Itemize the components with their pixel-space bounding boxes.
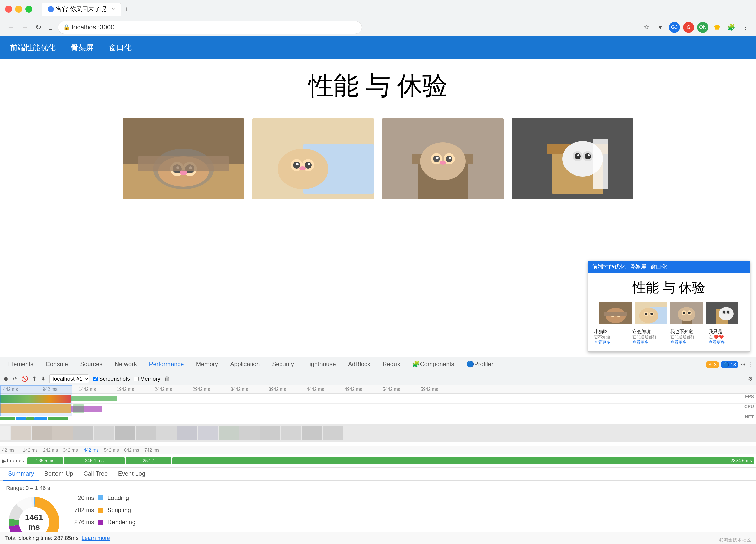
tab-elements[interactable]: Elements <box>2 357 40 372</box>
screenshot-thumb <box>239 426 260 440</box>
popup-cat2 <box>635 301 667 324</box>
app-nav-window[interactable]: 窗口化 <box>109 43 132 53</box>
svg-rect-43 <box>593 139 608 189</box>
learn-more-link[interactable]: Learn more <box>82 535 110 541</box>
svg-point-88 <box>727 311 729 313</box>
donut-center: 1461 ms <box>20 513 48 532</box>
extension4-icon[interactable]: ⬟ <box>711 22 723 33</box>
forward-button[interactable]: → <box>19 22 30 32</box>
svg-point-77 <box>678 307 695 321</box>
memory-checkbox[interactable]: Memory <box>134 375 160 382</box>
tab-close-icon[interactable]: × <box>112 6 115 12</box>
screenshot-thumb <box>198 426 218 440</box>
address-bar: ← → ↻ ⌂ 🔒 localhost:3000 ☆ ▼ G3 G ON ⬟ 🧩… <box>0 18 756 36</box>
svg-point-30 <box>436 157 439 159</box>
svg-rect-48 <box>73 404 84 413</box>
tick-242: 242 ms <box>43 447 58 453</box>
waterfall-area: 442 ms 942 ms 1442 ms 1942 ms 2442 ms 29… <box>0 385 756 446</box>
tab-call-tree[interactable]: Call Tree <box>78 467 113 481</box>
profile-select[interactable]: localhost #1 <box>49 374 89 383</box>
download-button[interactable]: ⬇ <box>41 375 45 382</box>
browser-tab[interactable]: 客官,你又回来了呢~ × <box>42 3 121 16</box>
svg-rect-45 <box>71 396 117 401</box>
home-button[interactable]: ⌂ <box>46 22 55 32</box>
reload-record-button[interactable]: ↺ <box>13 375 17 382</box>
app-nav-skeleton[interactable]: 骨架屏 <box>71 43 94 53</box>
svg-point-31 <box>449 157 451 159</box>
legend-ms-scripting: 782 ms <box>74 506 94 514</box>
legend-label-rendering: Rendering <box>107 519 136 526</box>
donut-total-ms: 1461 ms <box>20 513 48 532</box>
tab-sources[interactable]: Sources <box>74 357 108 372</box>
screenshot-thumb <box>260 426 280 440</box>
back-button[interactable]: ← <box>5 22 16 32</box>
tab-components[interactable]: 🧩Components <box>406 357 460 372</box>
tab-console[interactable]: Console <box>40 357 74 372</box>
devtools-more-icon[interactable]: ⋮ <box>748 361 754 368</box>
tab-security[interactable]: Security <box>266 357 300 372</box>
frame-bar-2: 346.1 ms <box>64 457 125 464</box>
close-button[interactable] <box>5 6 12 13</box>
tab-bottom-up[interactable]: Bottom-Up <box>39 467 79 481</box>
app-nav-performance[interactable]: 前端性能优化 <box>10 43 56 53</box>
fps-strip: FPS <box>0 393 756 404</box>
legend-ms-rendering: 276 ms <box>74 519 94 526</box>
tick-642: 642 ms <box>124 447 139 453</box>
tab-redux[interactable]: Redux <box>376 357 406 372</box>
tab-event-log[interactable]: Event Log <box>113 467 150 481</box>
devtools-settings-icon[interactable]: ⚙ <box>740 361 746 368</box>
record-button[interactable]: ⏺ <box>3 375 9 382</box>
bookmark-icon[interactable]: ☆ <box>640 22 652 33</box>
cpu-label: CPU <box>744 404 754 409</box>
screenshots-checkbox[interactable]: Screenshots <box>93 375 130 382</box>
popup-cat3-svg <box>670 301 703 324</box>
tick-5942: 5942 ms <box>421 387 438 392</box>
legend-ms-loading: 20 ms <box>74 494 94 501</box>
popup-product-1: 小猫咪 它不知道 查看更多 <box>594 328 629 345</box>
clear-button[interactable]: 🚫 <box>21 375 28 382</box>
trash-button[interactable]: 🗑 <box>164 375 170 382</box>
popup-cat4-svg <box>706 301 738 324</box>
perf-settings-icon[interactable]: ⚙ <box>748 375 753 382</box>
svg-point-81 <box>688 311 691 314</box>
refresh-button[interactable]: ↻ <box>33 22 43 32</box>
tick-4442: 4442 ms <box>307 387 324 392</box>
tab-memory[interactable]: Memory <box>190 357 224 372</box>
screenshot-thumb <box>136 426 156 440</box>
new-tab-button[interactable]: + <box>122 3 130 15</box>
popup-cat2-svg <box>635 301 667 324</box>
frames-label[interactable]: ▶ Frames <box>2 458 27 464</box>
menu-icon[interactable]: ⋮ <box>740 22 751 33</box>
extension1-icon[interactable]: G3 <box>669 22 680 33</box>
legend-label-scripting: Scripting <box>107 506 131 514</box>
minimize-button[interactable] <box>15 6 22 13</box>
tab-network[interactable]: Network <box>108 357 143 372</box>
screenshot-thumb <box>73 426 93 440</box>
app-bar: 前端性能优化 骨架屏 窗口化 <box>0 36 756 59</box>
info-badge: 🔵 13 <box>721 361 738 368</box>
legend-label-loading: Loading <box>107 494 129 501</box>
cat4-svg <box>512 118 633 199</box>
maximize-button[interactable] <box>25 6 32 13</box>
title-bar: 客官,你又回来了呢~ × + <box>0 0 756 18</box>
extensions-icon[interactable]: 🧩 <box>726 22 737 33</box>
profile-icon[interactable]: ▼ <box>655 22 666 33</box>
devtools-panel: Elements Console Sources Network Perform… <box>0 356 756 544</box>
tab-profiler[interactable]: 🔵Profiler <box>460 357 499 372</box>
popup-product-row: 小猫咪 它不知道 查看更多 它会蹲坑 它们通通都好 查看更多 我也不知道 它们通… <box>594 328 744 345</box>
tab-summary[interactable]: Summary <box>3 467 39 481</box>
tick-942: 942 ms <box>43 387 58 392</box>
tab-application[interactable]: Application <box>224 357 266 372</box>
upload-button[interactable]: ⬆ <box>32 375 37 382</box>
tab-adblock[interactable]: AdBlock <box>342 357 376 372</box>
cat-image-4 <box>512 118 633 199</box>
extension2-icon[interactable]: G <box>683 22 694 33</box>
tab-lighthouse[interactable]: Lighthouse <box>300 357 342 372</box>
tab-performance[interactable]: Performance <box>143 357 190 372</box>
svg-point-84 <box>719 307 734 320</box>
svg-point-39 <box>575 153 581 159</box>
extension3-icon[interactable]: ON <box>697 22 708 33</box>
tick-742: 742 ms <box>144 447 159 453</box>
url-bar[interactable]: 🔒 localhost:3000 <box>58 21 362 34</box>
blocking-time-bar: Total blocking time: 287.85ms Learn more <box>0 532 756 544</box>
